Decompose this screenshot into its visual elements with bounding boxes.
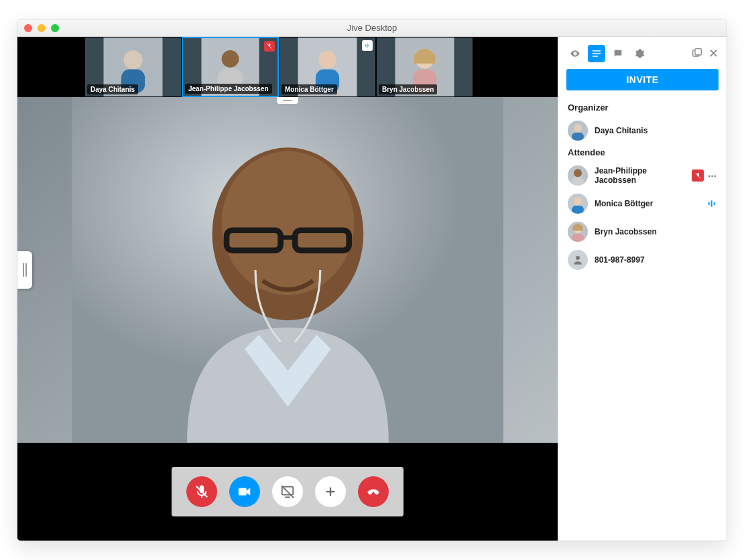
svg-point-7 xyxy=(318,51,336,68)
person-name: Bryn Jacobssen xyxy=(595,227,717,236)
svg-rect-40 xyxy=(572,206,584,214)
bottom-bar xyxy=(17,443,558,541)
participants-tab[interactable] xyxy=(588,45,605,62)
video-area: Daya Chitanis Jean-Philippe Jacobssen Mo… xyxy=(17,37,558,541)
svg-point-35 xyxy=(574,169,582,177)
panel-tabs: ✕ xyxy=(558,37,727,69)
avatar xyxy=(568,194,588,214)
content-area: Daya Chitanis Jean-Philippe Jacobssen Mo… xyxy=(17,37,727,541)
add-participant-button[interactable] xyxy=(315,476,346,507)
svg-rect-23 xyxy=(239,488,247,495)
svg-rect-36 xyxy=(572,178,584,186)
close-panel-button[interactable]: ✕ xyxy=(708,48,719,60)
thumbnail-participant[interactable]: Daya Chitanis xyxy=(84,37,182,97)
share-screen-button[interactable] xyxy=(272,476,303,507)
muted-icon xyxy=(264,41,275,52)
thumbnail-participant[interactable]: Bryn Jacobssen xyxy=(376,37,473,97)
attendee-menu-button[interactable]: ⋯ xyxy=(708,171,717,181)
app-window: Jive Desktop Daya Chitanis Jean-Philippe… xyxy=(17,19,727,541)
muted-icon xyxy=(692,169,704,182)
svg-point-4 xyxy=(222,50,239,68)
avatar xyxy=(568,250,588,270)
svg-point-17 xyxy=(221,151,354,295)
avatar xyxy=(568,222,588,242)
thumbnail-name: Daya Chitanis xyxy=(87,84,138,94)
hangup-button[interactable] xyxy=(358,476,389,507)
svg-point-32 xyxy=(574,124,582,132)
titlebar: Jive Desktop xyxy=(17,19,727,37)
svg-rect-11 xyxy=(369,45,369,47)
participants-panel: ✕ INVITE Organizer Daya Chitanis Attende… xyxy=(558,37,727,541)
svg-rect-33 xyxy=(572,133,584,141)
organizer-row[interactable]: Daya Chitanis xyxy=(558,117,727,145)
attendee-heading: Attendee xyxy=(558,145,727,161)
avatar xyxy=(568,121,588,141)
attendee-row[interactable]: 801-987-8997 xyxy=(558,246,727,274)
attendee-row[interactable]: Bryn Jacobssen xyxy=(558,218,727,246)
person-name: Monica Böttger xyxy=(595,199,700,208)
mute-button[interactable] xyxy=(186,476,217,507)
thumbnail-name: Jean-Philippe Jacobssen xyxy=(185,84,272,94)
window-title: Jive Desktop xyxy=(17,23,727,33)
svg-rect-41 xyxy=(708,202,710,205)
popout-icon[interactable] xyxy=(691,48,702,59)
view-tab[interactable] xyxy=(566,45,584,62)
attendee-row[interactable]: Jean-Philippe Jacobssen ⋯ xyxy=(558,161,727,190)
main-video xyxy=(17,97,558,443)
svg-point-39 xyxy=(574,197,582,205)
attendee-row[interactable]: Monica Böttger xyxy=(558,190,727,218)
thumbnail-name: Monica Böttger xyxy=(282,84,337,94)
settings-tab[interactable] xyxy=(631,45,648,62)
person-name: 801-987-8997 xyxy=(595,255,717,265)
person-name: Daya Chitanis xyxy=(595,126,717,135)
svg-rect-42 xyxy=(711,200,712,206)
chat-tab[interactable] xyxy=(609,45,627,62)
active-speaker-placeholder xyxy=(72,97,504,443)
svg-rect-10 xyxy=(367,44,367,48)
thumbnail-participant[interactable]: Jean-Philippe Jacobssen xyxy=(182,37,279,97)
svg-rect-30 xyxy=(695,49,701,55)
person-name: Jean-Philippe Jacobssen xyxy=(595,166,685,185)
speaking-icon xyxy=(706,198,717,209)
svg-rect-9 xyxy=(365,45,366,47)
organizer-heading: Organizer xyxy=(558,100,727,117)
camera-button[interactable] xyxy=(229,476,260,507)
svg-rect-46 xyxy=(572,234,584,242)
thumbnail-name: Bryn Jacobssen xyxy=(379,84,437,94)
side-panel-toggle[interactable] xyxy=(17,251,32,289)
speaking-icon xyxy=(362,40,373,51)
svg-point-1 xyxy=(123,50,142,69)
call-controls xyxy=(172,467,404,516)
svg-rect-43 xyxy=(714,202,715,205)
participant-thumbnails: Daya Chitanis Jean-Philippe Jacobssen Mo… xyxy=(17,37,558,97)
svg-point-47 xyxy=(576,256,580,260)
avatar xyxy=(568,165,588,186)
thumbnail-participant[interactable]: Monica Böttger xyxy=(279,37,376,97)
invite-button[interactable]: INVITE xyxy=(566,69,719,90)
thumbnail-drag-handle[interactable] xyxy=(277,97,298,104)
